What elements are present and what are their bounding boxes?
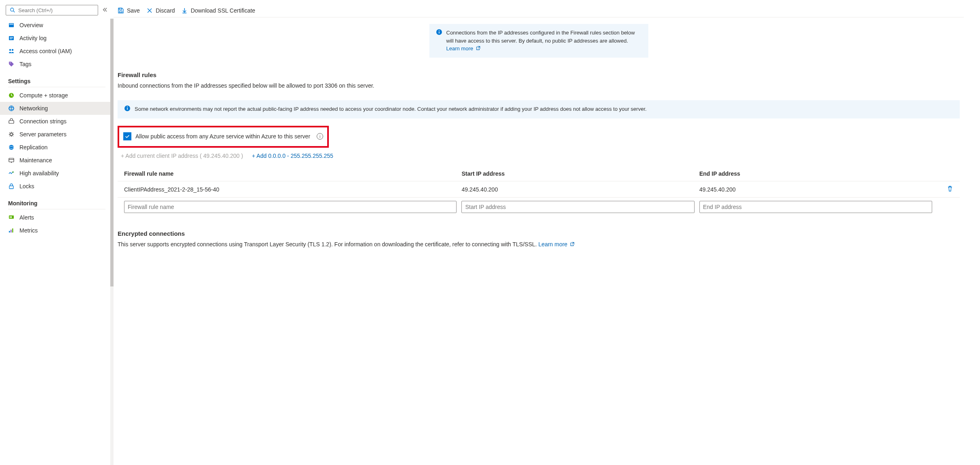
svg-rect-3 — [9, 24, 13, 25]
svg-rect-40 — [127, 108, 128, 110]
svg-point-9 — [12, 49, 13, 51]
col-name: Firewall rule name — [124, 170, 457, 177]
info-text: Connections from the IP addresses config… — [446, 30, 635, 44]
nav-section-heading: Monitoring — [0, 193, 114, 209]
sidebar-item-label: Activity log — [19, 35, 47, 41]
scrollbar-thumb[interactable] — [110, 19, 114, 286]
svg-rect-29 — [12, 228, 13, 232]
new-rule-row — [118, 198, 960, 216]
sidebar-item-locks[interactable]: Locks — [0, 180, 114, 193]
save-label: Save — [127, 7, 140, 14]
add-client-ip-button[interactable]: + Add current client IP address ( 49.245… — [121, 153, 243, 159]
save-icon — [118, 7, 124, 14]
sidebar-item-server-parameters[interactable]: Server parameters — [0, 128, 114, 141]
sidebar-item-connection-strings[interactable]: Connection strings — [0, 115, 114, 128]
svg-rect-30 — [119, 8, 122, 10]
sidebar-item-access-control-iam-[interactable]: Access control (IAM) — [0, 45, 114, 58]
svg-line-1 — [13, 11, 15, 13]
svg-point-8 — [9, 49, 11, 51]
download-label: Download SSL Certificate — [191, 7, 255, 14]
col-start: Start IP address — [461, 170, 694, 177]
svg-rect-21 — [11, 162, 12, 163]
sidebar-item-replication[interactable]: Replication — [0, 141, 114, 154]
sidebar-item-compute-storage[interactable]: Compute + storage — [0, 89, 114, 102]
new-rule-name-input[interactable] — [124, 201, 457, 213]
encrypted-text: This server supports encrypted connectio… — [118, 241, 960, 248]
learn-more-link[interactable]: Learn more — [446, 45, 480, 52]
sidebar-item-label: Overview — [19, 22, 43, 28]
search-box[interactable] — [6, 5, 98, 15]
sidebar-item-high-availability[interactable]: High availability — [0, 167, 114, 180]
firewall-sub: Inbound connections from the IP addresse… — [118, 82, 960, 89]
locks-icon — [8, 183, 15, 189]
sidebar-item-overview[interactable]: Overview — [0, 19, 114, 32]
maintenance-icon — [8, 157, 15, 164]
info-firewall-default: Connections from the IP addresses config… — [429, 24, 648, 58]
new-rule-end-input[interactable] — [699, 201, 932, 213]
collapse-sidebar-icon[interactable] — [102, 7, 108, 14]
col-end: End IP address — [699, 170, 932, 177]
sidebar-item-metrics[interactable]: Metrics — [0, 224, 114, 237]
search-icon — [9, 7, 16, 13]
sidebar-item-label: High availability — [19, 170, 59, 177]
discard-button[interactable]: Discard — [146, 7, 175, 14]
sidebar-item-label: Connection strings — [19, 118, 66, 125]
svg-point-41 — [127, 106, 128, 107]
svg-rect-26 — [11, 216, 12, 218]
replication-icon — [8, 144, 15, 151]
external-link-icon — [474, 45, 480, 52]
download-cert-button[interactable]: Download SSL Certificate — [181, 7, 255, 14]
svg-rect-25 — [10, 216, 11, 218]
add-any-ip-button[interactable]: + Add 0.0.0.0 - 255.255.255.255 — [252, 153, 333, 159]
svg-point-38 — [439, 30, 440, 31]
svg-point-22 — [13, 172, 14, 173]
svg-rect-27 — [9, 231, 10, 232]
sidebar-nav[interactable]: OverviewActivity logAccess control (IAM)… — [0, 19, 114, 465]
allow-azure-checkbox[interactable] — [123, 132, 131, 140]
sidebar-item-label: Networking — [19, 105, 48, 112]
tags-icon — [8, 61, 15, 67]
help-icon[interactable]: i — [317, 133, 323, 140]
sidebar-item-label: Maintenance — [19, 157, 52, 164]
sidebar-item-label: Locks — [19, 183, 34, 189]
sidebar-item-label: Compute + storage — [19, 92, 68, 99]
sidebar-item-activity-log[interactable]: Activity log — [0, 32, 114, 45]
info-network-env: Some network environments may not report… — [118, 100, 960, 119]
save-button[interactable]: Save — [118, 7, 140, 14]
sidebar-item-label: Metrics — [19, 227, 38, 234]
sidebar-item-alerts[interactable]: Alerts — [0, 211, 114, 224]
trash-icon — [947, 185, 953, 192]
svg-rect-28 — [11, 230, 12, 232]
connstr-icon — [8, 118, 15, 125]
activity-icon — [8, 35, 15, 41]
learn-more-ssl-link[interactable]: Learn more — [538, 241, 575, 248]
sidebar-item-networking[interactable]: Networking — [0, 102, 114, 115]
toolbar: Save Discard Download SSL Certificate — [114, 0, 964, 17]
sidebar-item-tags[interactable]: Tags — [0, 58, 114, 71]
main-content: Save Discard Download SSL Certificate — [114, 0, 980, 465]
svg-rect-19 — [9, 158, 14, 162]
cell-end: 49.245.40.200 — [699, 186, 932, 193]
allow-azure-access-row: Allow public access from any Azure servi… — [118, 126, 329, 148]
sidebar-item-maintenance[interactable]: Maintenance — [0, 154, 114, 167]
sidebar-item-label: Alerts — [19, 214, 34, 221]
search-input[interactable] — [18, 7, 94, 13]
svg-rect-15 — [9, 121, 14, 123]
svg-point-10 — [10, 62, 11, 63]
compute-icon — [8, 92, 15, 99]
sidebar-item-label: Replication — [19, 144, 47, 151]
discard-icon — [146, 7, 153, 14]
ha-icon — [8, 170, 15, 177]
sidebar-item-label: Tags — [19, 61, 32, 67]
delete-rule-button[interactable] — [947, 185, 953, 193]
sidebar-item-label: Server parameters — [19, 131, 66, 138]
info-text: Some network environments may not report… — [135, 105, 647, 114]
firewall-table: Firewall rule name Start IP address End … — [118, 166, 960, 216]
firewall-heading: Firewall rules — [118, 71, 960, 78]
info-icon — [124, 105, 131, 114]
svg-point-17 — [9, 145, 14, 150]
encrypted-heading: Encrypted connections — [118, 230, 960, 237]
table-row: ClientIPAddress_2021-2-28_15-56-4049.245… — [118, 181, 960, 198]
new-rule-start-input[interactable] — [461, 201, 694, 213]
alerts-icon — [8, 214, 15, 221]
